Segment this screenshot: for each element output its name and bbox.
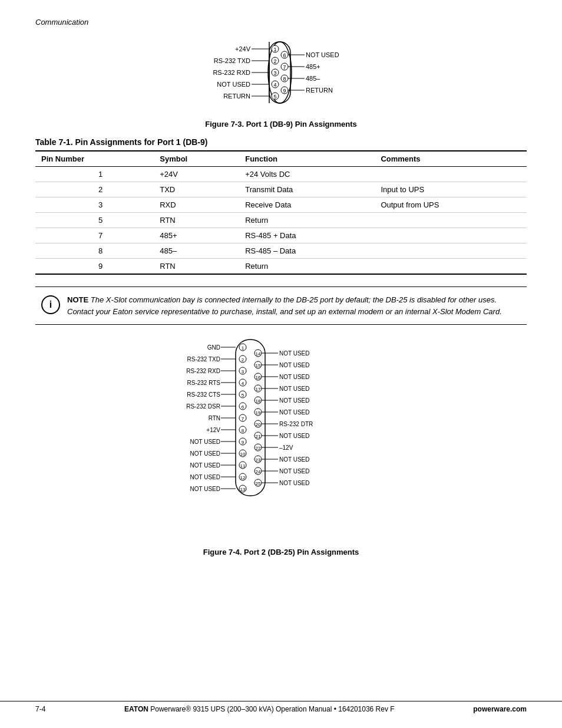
svg-text:14: 14 xyxy=(256,351,261,357)
footer-page-number: 7-4 xyxy=(35,705,45,713)
svg-text:1: 1 xyxy=(242,345,244,351)
col-comments: Comments xyxy=(375,151,527,167)
svg-text:18: 18 xyxy=(256,398,261,404)
label-txd: RS-232 TXD xyxy=(214,57,250,64)
svg-text:NOT USED: NOT USED xyxy=(279,374,310,380)
svg-text:4: 4 xyxy=(273,82,276,88)
svg-text:NOT USED: NOT USED xyxy=(279,386,310,392)
svg-text:RS-232 RTS: RS-232 RTS xyxy=(187,380,220,386)
svg-text:7: 7 xyxy=(242,416,244,421)
svg-text:–12V: –12V xyxy=(279,444,293,451)
svg-text:12: 12 xyxy=(240,475,246,480)
table-header-row: Pin Number Symbol Function Comments xyxy=(35,151,527,167)
section-header: Communication xyxy=(35,18,527,27)
svg-text:5: 5 xyxy=(273,94,276,100)
svg-text:NOT USED: NOT USED xyxy=(190,474,221,480)
footer-center: EATON Powerware® 9315 UPS (200–300 kVA) … xyxy=(124,705,395,713)
figure-7-4-container: GND RS-232 TXD RS-232 RXD RS-232 RTS RS-… xyxy=(35,337,527,556)
table-row: 1+24V+24 Volts DC xyxy=(35,167,527,182)
svg-text:NOT USED: NOT USED xyxy=(279,480,310,486)
svg-text:NOT USED: NOT USED xyxy=(279,433,310,439)
svg-text:GND: GND xyxy=(207,344,220,351)
footer-website: powerware.com xyxy=(473,705,527,713)
table-row: 9RTNReturn xyxy=(35,259,527,275)
pin-table-db9: Pin Number Symbol Function Comments 1+24… xyxy=(35,150,527,275)
figure-7-4-caption: Figure 7-4. Port 2 (DB-25) Pin Assignmen… xyxy=(203,548,359,556)
col-function: Function xyxy=(239,151,375,167)
svg-text:NOT USED: NOT USED xyxy=(190,486,221,492)
svg-text:20: 20 xyxy=(256,422,261,427)
svg-text:NOT USED: NOT USED xyxy=(279,362,310,368)
db9-diagram: +24V RS-232 TXD RS-232 RXD NOT USED RETU… xyxy=(181,38,381,115)
svg-text:NOT USED: NOT USED xyxy=(190,439,221,445)
svg-text:NOT USED: NOT USED xyxy=(279,350,310,357)
svg-text:9: 9 xyxy=(242,440,244,445)
svg-text:21: 21 xyxy=(256,434,261,439)
svg-text:22: 22 xyxy=(256,446,261,451)
svg-text:3: 3 xyxy=(242,369,244,374)
svg-text:9: 9 xyxy=(283,88,286,94)
svg-text:5: 5 xyxy=(242,393,244,398)
table-row: 3RXDReceive DataOutput from UPS xyxy=(35,197,527,213)
svg-text:RS-232 RXD: RS-232 RXD xyxy=(186,368,220,374)
svg-text:2: 2 xyxy=(242,357,244,363)
svg-text:2: 2 xyxy=(273,58,276,64)
svg-text:8: 8 xyxy=(242,428,244,433)
col-pin-number: Pin Number xyxy=(35,151,154,167)
db25-diagram: GND RS-232 TXD RS-232 RXD RS-232 RTS RS-… xyxy=(154,337,408,543)
svg-text:NOT USED: NOT USED xyxy=(279,409,310,416)
page-footer: 7-4 EATON Powerware® 9315 UPS (200–300 k… xyxy=(0,701,562,713)
svg-text:24: 24 xyxy=(256,469,261,475)
table-row: 8485–RS-485 – Data xyxy=(35,243,527,259)
svg-text:+12V: +12V xyxy=(206,427,220,433)
info-icon: i xyxy=(41,295,60,314)
svg-text:RS-232 TXD: RS-232 TXD xyxy=(187,356,220,363)
svg-text:25: 25 xyxy=(256,481,261,486)
note-text: NOTE The X-Slot communication bay is con… xyxy=(67,294,521,317)
figure-7-3-container: +24V RS-232 TXD RS-232 RXD NOT USED RETU… xyxy=(35,38,527,129)
svg-text:15: 15 xyxy=(256,363,261,368)
svg-text:16: 16 xyxy=(256,375,261,380)
label-return-5: RETURN xyxy=(223,93,250,100)
figure-7-3-caption: Figure 7-3. Port 1 (DB-9) Pin Assignment… xyxy=(205,120,356,129)
table-row: 2TXDTransmit DataInput to UPS xyxy=(35,182,527,197)
label-return-9: RETURN xyxy=(306,87,333,94)
label-not-used-6: NOT USED xyxy=(306,51,339,58)
svg-text:3: 3 xyxy=(273,70,276,76)
label-24v: +24V xyxy=(235,45,251,52)
table-row: 7485+RS-485 + Data xyxy=(35,228,527,243)
svg-text:NOT USED: NOT USED xyxy=(279,397,310,404)
svg-text:NOT USED: NOT USED xyxy=(190,450,221,457)
svg-text:RTN: RTN xyxy=(209,415,220,421)
svg-text:17: 17 xyxy=(256,387,261,392)
svg-text:6: 6 xyxy=(242,404,244,410)
svg-text:4: 4 xyxy=(242,381,244,386)
svg-text:NOT USED: NOT USED xyxy=(190,462,221,469)
label-485minus: 485– xyxy=(306,75,320,82)
svg-text:NOT USED: NOT USED xyxy=(279,456,310,463)
footer-brand: EATON xyxy=(124,705,148,713)
label-not-used-4: NOT USED xyxy=(217,81,250,88)
table-7-1-section: Table 7-1. Pin Assignments for Port 1 (D… xyxy=(35,137,527,275)
svg-text:6: 6 xyxy=(283,52,286,58)
svg-text:RS-232 CTS: RS-232 CTS xyxy=(187,391,220,398)
table-row: 5RTNReturn xyxy=(35,213,527,228)
svg-text:23: 23 xyxy=(256,457,261,463)
note-content: The X-Slot communication bay is connecte… xyxy=(67,295,502,316)
svg-text:11: 11 xyxy=(240,463,246,469)
svg-text:1: 1 xyxy=(273,47,276,52)
svg-text:13: 13 xyxy=(240,487,246,492)
label-485plus: 485+ xyxy=(306,63,320,70)
svg-text:NOT USED: NOT USED xyxy=(279,468,310,475)
note-label: NOTE xyxy=(67,295,88,304)
svg-text:19: 19 xyxy=(256,410,261,416)
svg-text:7: 7 xyxy=(283,64,286,70)
note-box: i NOTE The X-Slot communication bay is c… xyxy=(35,286,527,325)
svg-text:RS-232 DSR: RS-232 DSR xyxy=(186,403,220,410)
table-7-1-title: Table 7-1. Pin Assignments for Port 1 (D… xyxy=(35,137,527,147)
label-rxd: RS-232 RXD xyxy=(213,69,250,76)
svg-text:10: 10 xyxy=(240,452,246,457)
svg-text:8: 8 xyxy=(283,76,286,82)
col-symbol: Symbol xyxy=(154,151,239,167)
svg-text:RS-232 DTR: RS-232 DTR xyxy=(279,421,313,427)
